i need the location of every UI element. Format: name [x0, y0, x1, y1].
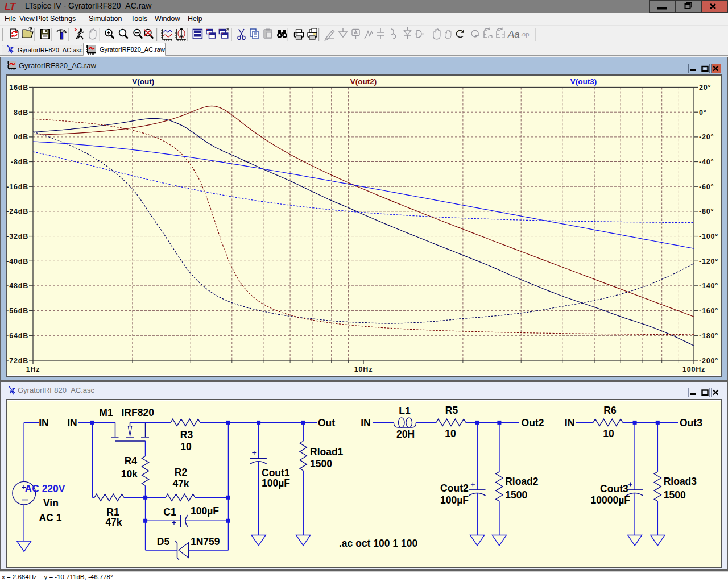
svg-text:-32dB: -32dB	[6, 232, 28, 240]
svg-text:.op: .op	[520, 31, 529, 38]
svg-text:47k: 47k	[172, 478, 189, 489]
svg-text:R5: R5	[445, 405, 458, 416]
svg-text:-40dB: -40dB	[6, 257, 28, 265]
svg-text:Vin: Vin	[43, 497, 59, 509]
svg-text:Out2: Out2	[522, 417, 544, 429]
svg-text:C1: C1	[163, 506, 176, 518]
svg-text:-72dB: -72dB	[6, 357, 28, 365]
svg-text:Out: Out	[318, 417, 335, 429]
svg-text:1500: 1500	[664, 489, 686, 501]
svg-text:1500: 1500	[505, 489, 527, 501]
svg-text:20H: 20H	[396, 429, 415, 440]
svg-text:16dB: 16dB	[9, 84, 28, 92]
svg-text:R6: R6	[603, 405, 617, 416]
svg-text:AC 220V: AC 220V	[25, 483, 65, 494]
svg-text:R4: R4	[125, 455, 138, 467]
svg-text:R2: R2	[175, 467, 188, 478]
svg-text:Cout3: Cout3	[600, 483, 628, 494]
svg-text:8dB: 8dB	[14, 109, 28, 117]
svg-text:-48dB: -48dB	[6, 282, 28, 290]
svg-text:10k: 10k	[121, 468, 138, 480]
svg-text:-200°: -200°	[699, 357, 718, 365]
svg-text:-56dB: -56dB	[6, 307, 28, 315]
svg-text:10: 10	[445, 428, 456, 439]
svg-text:0dB: 0dB	[14, 133, 28, 141]
svg-text:-8dB: -8dB	[11, 158, 28, 166]
svg-text:47k: 47k	[105, 517, 122, 528]
svg-text:100µF: 100µF	[191, 505, 219, 517]
svg-text:10000µF: 10000µF	[591, 494, 631, 506]
svg-text:L1: L1	[399, 405, 411, 417]
svg-text:1Hz: 1Hz	[26, 365, 40, 373]
svg-text:IN: IN	[361, 417, 371, 429]
svg-text:AC 1: AC 1	[39, 512, 62, 523]
svg-text:D5: D5	[157, 536, 170, 547]
svg-text:M1: M1	[99, 407, 113, 418]
svg-text:-40°: -40°	[699, 158, 714, 166]
svg-text:1N759: 1N759	[191, 536, 220, 547]
svg-text:100µF: 100µF	[262, 477, 290, 489]
svg-text:-24dB: -24dB	[6, 207, 28, 215]
svg-text:-80°: -80°	[699, 207, 714, 215]
svg-text:-180°: -180°	[699, 332, 718, 340]
svg-text:-64dB: -64dB	[6, 332, 28, 340]
svg-text:V(out): V(out)	[132, 77, 154, 86]
svg-text:Rload3: Rload3	[664, 476, 697, 487]
svg-text:10: 10	[180, 441, 192, 452]
svg-text:R1: R1	[106, 506, 119, 518]
svg-text:V(out2): V(out2)	[350, 77, 377, 86]
svg-text:-60°: -60°	[699, 183, 714, 191]
svg-text:.ac oct 100 1 100: .ac oct 100 1 100	[339, 538, 417, 549]
svg-text:Aa: Aa	[507, 29, 520, 40]
svg-text:IRF820: IRF820	[122, 407, 155, 418]
svg-text:-20°: -20°	[699, 133, 714, 141]
svg-text:10Hz: 10Hz	[354, 365, 373, 373]
svg-text:LT: LT	[5, 1, 16, 12]
svg-text:-100°: -100°	[699, 232, 718, 240]
svg-text:0°: 0°	[699, 109, 707, 117]
svg-text:-160°: -160°	[699, 307, 718, 315]
svg-text:-16dB: -16dB	[6, 183, 28, 191]
svg-text:1500: 1500	[310, 458, 332, 469]
svg-text:Out3: Out3	[680, 417, 702, 429]
svg-text:R3: R3	[180, 429, 193, 440]
svg-text:10: 10	[603, 428, 614, 439]
svg-text:V(out3): V(out3)	[570, 77, 597, 86]
svg-text:Rload2: Rload2	[505, 476, 539, 487]
svg-text:-120°: -120°	[699, 257, 718, 265]
svg-text:IN: IN	[67, 417, 77, 429]
svg-text:Cout2: Cout2	[440, 483, 469, 494]
svg-text:-140°: -140°	[699, 282, 718, 290]
svg-text:100Hz: 100Hz	[682, 365, 705, 373]
svg-text:IN: IN	[565, 417, 575, 429]
svg-text:IN: IN	[39, 417, 49, 429]
svg-text:100µF: 100µF	[440, 494, 469, 506]
svg-text:20°: 20°	[699, 84, 711, 92]
svg-text:Rload1: Rload1	[310, 446, 344, 458]
